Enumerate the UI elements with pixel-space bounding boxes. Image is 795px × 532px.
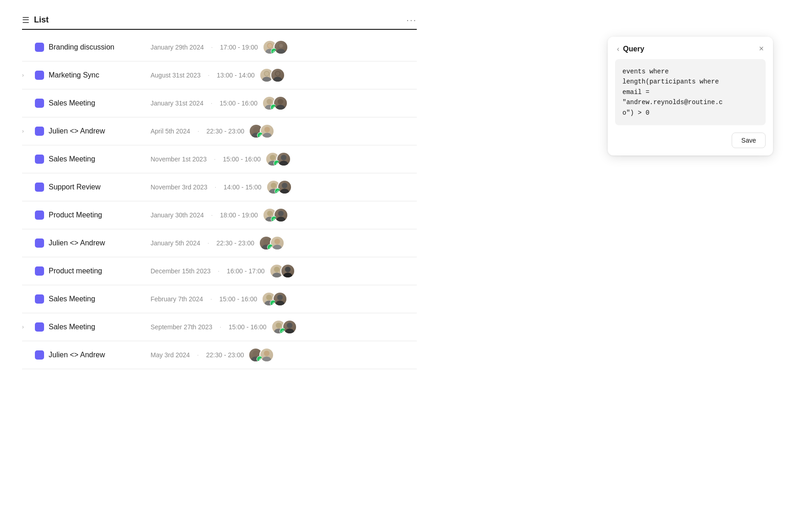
event-time: 16:00 - 17:00: [227, 267, 265, 275]
page-title: List: [34, 15, 49, 25]
event-time: 17:00 - 19:00: [220, 44, 258, 51]
check-badge: ✓: [257, 356, 263, 362]
list-item: › Sales Meeting November 1st 2023 · 15:0…: [22, 145, 417, 173]
separator: ·: [215, 184, 216, 190]
event-color-dot: [35, 127, 44, 136]
event-date: December 15th 2023: [151, 267, 211, 275]
event-name: Sales Meeting: [49, 323, 140, 331]
save-button[interactable]: Save: [732, 133, 766, 148]
svg-point-15: [276, 105, 285, 110]
event-date: February 7th 2024: [151, 295, 203, 303]
svg-point-24: [270, 183, 276, 188]
event-name: Marketing Sync: [49, 71, 140, 79]
svg-point-27: [280, 189, 289, 194]
event-date: May 3rd 2024: [151, 351, 190, 359]
query-back-button[interactable]: ‹: [617, 45, 619, 53]
svg-point-48: [253, 350, 258, 356]
more-button[interactable]: ···: [406, 15, 417, 25]
check-badge: ✓: [257, 132, 263, 139]
svg-point-30: [278, 211, 284, 216]
event-color-dot: [35, 238, 44, 248]
check-badge: ✓: [274, 188, 281, 194]
list-item: › Julien <> Andrew January 5th 2024 · 22…: [22, 229, 417, 257]
event-time: 13:00 - 14:00: [217, 72, 255, 79]
check-badge: ✓: [267, 244, 274, 250]
avatar-group: ✓: [266, 180, 292, 194]
svg-point-20: [270, 155, 275, 160]
avatar-group: ✓: [263, 40, 288, 55]
event-name: Sales Meeting: [49, 155, 140, 163]
query-code[interactable]: events where length(participants where e…: [622, 66, 758, 118]
separator: ·: [211, 44, 213, 50]
list-header: ☰ List ···: [22, 15, 417, 30]
event-date: January 31st 2024: [151, 100, 203, 107]
svg-point-46: [286, 322, 292, 328]
svg-point-22: [281, 155, 286, 160]
list-item: › Support Review November 3rd 2023 · 14:…: [22, 173, 417, 201]
svg-point-28: [267, 211, 273, 216]
avatar-group: ✓: [259, 236, 285, 250]
header-left: ☰ List: [22, 15, 49, 25]
page: ☰ List ··· › Branding discussion January…: [0, 0, 795, 532]
query-panel: ‹ Query × events where length(participan…: [608, 37, 773, 155]
separator: ·: [214, 156, 215, 162]
separator: ·: [211, 100, 212, 106]
event-color-dot: [35, 183, 44, 192]
event-date: January 30th 2024: [151, 211, 204, 219]
svg-point-44: [275, 322, 281, 328]
list-item: › Julien <> Andrew May 3rd 2024 · 22:30 …: [22, 341, 417, 369]
list-item: › Marketing Sync August 31st 2023 · 13:0…: [22, 61, 417, 89]
event-color-dot: [35, 266, 44, 276]
avatar-group: [259, 68, 285, 83]
check-badge: ✓: [280, 328, 286, 334]
event-name: Julien <> Andrew: [49, 239, 140, 247]
event-time: 14:00 - 15:00: [224, 183, 262, 191]
svg-point-31: [276, 217, 285, 222]
list-item: › Sales Meeting February 7th 2024 · 15:0…: [22, 285, 417, 313]
event-name: Product meeting: [49, 267, 140, 275]
svg-point-12: [267, 99, 272, 104]
avatar-group: ✓: [249, 124, 274, 139]
chevron-icon[interactable]: ›: [22, 324, 30, 330]
svg-point-32: [263, 238, 269, 244]
check-badge: ✓: [271, 216, 277, 222]
separator: ·: [218, 268, 219, 274]
event-date: April 5th 2024: [151, 127, 190, 135]
svg-point-26: [281, 183, 287, 188]
svg-point-40: [266, 294, 272, 300]
svg-point-23: [279, 161, 288, 166]
event-name: Julien <> Andrew: [49, 127, 140, 135]
event-color-dot: [35, 294, 44, 304]
event-date: September 27th 2023: [151, 323, 213, 331]
svg-point-18: [264, 127, 270, 132]
svg-point-36: [274, 266, 280, 272]
svg-point-10: [273, 77, 282, 82]
chevron-icon[interactable]: ›: [22, 128, 30, 134]
event-date: November 3rd 2023: [151, 183, 207, 191]
event-list: › Branding discussion January 29th 2024 …: [22, 33, 417, 369]
event-color-dot: [35, 43, 44, 52]
event-name: Sales Meeting: [49, 295, 140, 303]
event-time: 22:30 - 23:00: [207, 127, 245, 135]
list-item: › Product meeting December 15th 2023 · 1…: [22, 257, 417, 285]
separator: ·: [220, 324, 221, 330]
svg-point-43: [276, 301, 285, 306]
event-time: 15:00 - 16:00: [223, 155, 261, 163]
query-close-button[interactable]: ×: [759, 44, 764, 54]
svg-point-34: [274, 238, 280, 244]
event-time: 15:00 - 16:00: [219, 295, 258, 303]
event-time: 15:00 - 16:00: [220, 100, 258, 107]
check-badge: ✓: [274, 160, 280, 166]
list-item: › Julien <> Andrew April 5th 2024 · 22:3…: [22, 117, 417, 145]
chevron-icon[interactable]: ›: [22, 72, 30, 78]
svg-point-42: [277, 294, 283, 300]
event-date: January 5th 2024: [151, 239, 200, 247]
svg-point-2: [268, 44, 272, 48]
event-name: Product Meeting: [49, 211, 140, 219]
event-name: Sales Meeting: [49, 99, 140, 107]
query-header: ‹ Query ×: [608, 37, 773, 59]
svg-point-14: [278, 99, 283, 104]
event-name: Support Review: [49, 183, 140, 191]
svg-point-11: [275, 72, 280, 76]
svg-point-7: [262, 77, 271, 82]
